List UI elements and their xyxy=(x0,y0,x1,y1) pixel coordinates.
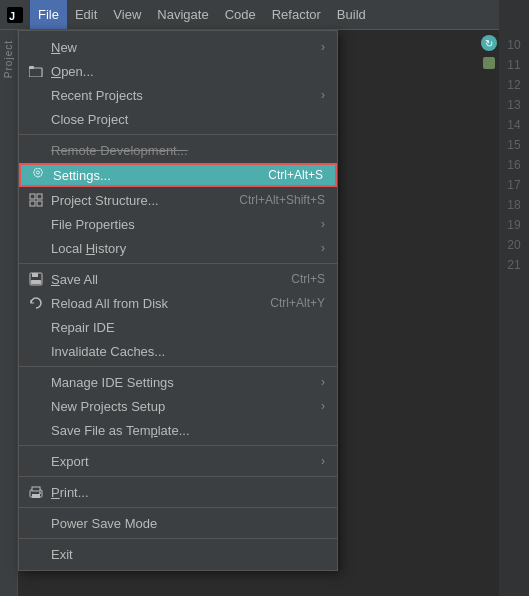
svg-point-4 xyxy=(37,171,40,174)
export-icon xyxy=(27,452,45,470)
menu-manage-ide[interactable]: Manage IDE Settings › xyxy=(19,370,337,394)
open-icon xyxy=(27,62,45,80)
menu-close-project[interactable]: Close Project xyxy=(19,107,337,131)
menu-bar: J File Edit View Navigate Code Refactor … xyxy=(0,0,499,30)
export-arrow-icon: › xyxy=(321,454,325,468)
menu-power-save[interactable]: Power Save Mode xyxy=(19,511,337,535)
menu-manage-ide-label: Manage IDE Settings xyxy=(51,375,321,390)
svg-rect-5 xyxy=(30,194,35,199)
menu-settings-label: Settings... xyxy=(53,168,268,183)
svg-rect-10 xyxy=(32,273,38,277)
svg-rect-13 xyxy=(32,487,40,491)
menu-file-properties-label: File Properties xyxy=(51,217,321,232)
menu-item-code[interactable]: Code xyxy=(217,0,264,29)
menu-recent-projects[interactable]: Recent Projects › xyxy=(19,83,337,107)
menu-local-history-label: Local History xyxy=(51,241,321,256)
menu-project-structure-label: Project Structure... xyxy=(51,193,239,208)
menu-new-projects-label: New Projects Setup xyxy=(51,399,321,414)
menu-invalidate-label: Invalidate Caches... xyxy=(51,344,325,359)
separator-4 xyxy=(19,445,337,446)
menu-repair-ide[interactable]: Repair IDE xyxy=(19,315,337,339)
print-icon xyxy=(27,483,45,501)
menu-item-edit[interactable]: Edit xyxy=(67,0,105,29)
menu-item-navigate-label: Navigate xyxy=(157,7,208,22)
reload-icon xyxy=(27,294,45,312)
menu-bar-items: File Edit View Navigate Code Refactor Bu… xyxy=(30,0,374,29)
menu-export[interactable]: Export › xyxy=(19,449,337,473)
menu-settings[interactable]: Settings... Ctrl+Alt+S xyxy=(19,163,337,187)
menu-reload-disk[interactable]: Reload All from Disk Ctrl+Alt+Y xyxy=(19,291,337,315)
repair-icon xyxy=(27,318,45,336)
local-history-icon xyxy=(27,239,45,257)
file-properties-icon xyxy=(27,215,45,233)
project-panel-label: Project xyxy=(3,40,14,78)
separator-2 xyxy=(19,263,337,264)
menu-project-structure[interactable]: Project Structure... Ctrl+Alt+Shift+S xyxy=(19,188,337,212)
menu-repair-label: Repair IDE xyxy=(51,320,325,335)
menu-item-build-label: Build xyxy=(337,7,366,22)
line-numbers: 10 11 12 13 14 15 16 17 18 19 20 21 xyxy=(499,0,529,596)
new-projects-icon xyxy=(27,397,45,415)
new-icon xyxy=(27,38,45,56)
save-template-icon xyxy=(27,421,45,439)
save-all-icon xyxy=(27,270,45,288)
svg-rect-7 xyxy=(30,201,35,206)
menu-item-edit-label: Edit xyxy=(75,7,97,22)
menu-item-build[interactable]: Build xyxy=(329,0,374,29)
menu-save-all[interactable]: Save All Ctrl+S xyxy=(19,267,337,291)
menu-item-view[interactable]: View xyxy=(105,0,149,29)
local-history-arrow-icon: › xyxy=(321,241,325,255)
menu-power-save-label: Power Save Mode xyxy=(51,516,325,531)
menu-reload-shortcut: Ctrl+Alt+Y xyxy=(270,296,325,310)
separator-3 xyxy=(19,366,337,367)
menu-new-projects-setup[interactable]: New Projects Setup › xyxy=(19,394,337,418)
menu-print[interactable]: Print... xyxy=(19,480,337,504)
menu-new[interactable]: New › xyxy=(19,35,337,59)
new-projects-arrow-icon: › xyxy=(321,399,325,413)
svg-rect-11 xyxy=(31,280,41,284)
new-arrow-icon: › xyxy=(321,40,325,54)
menu-recent-label: Recent Projects xyxy=(51,88,321,103)
svg-rect-14 xyxy=(32,494,40,498)
menu-save-template[interactable]: Save File as Template... xyxy=(19,418,337,442)
menu-save-all-label: Save All xyxy=(51,272,291,287)
refresh-button[interactable]: ↻ xyxy=(481,35,497,51)
menu-save-all-shortcut: Ctrl+S xyxy=(291,272,325,286)
menu-print-label: Print... xyxy=(51,485,325,500)
menu-local-history[interactable]: Local History › xyxy=(19,236,337,260)
manage-ide-icon xyxy=(27,373,45,391)
svg-rect-8 xyxy=(37,201,42,206)
right-decorations: ↻ xyxy=(479,30,499,596)
menu-remote-development[interactable]: Remote Development... xyxy=(19,138,337,162)
menu-exit[interactable]: Exit xyxy=(19,542,337,566)
menu-settings-shortcut: Ctrl+Alt+S xyxy=(268,168,323,182)
menu-item-file-label: File xyxy=(38,7,59,22)
svg-point-15 xyxy=(39,492,41,494)
menu-open-label: Open... xyxy=(51,64,325,79)
menu-export-label: Export xyxy=(51,454,321,469)
status-indicator xyxy=(483,57,495,69)
separator-1 xyxy=(19,134,337,135)
power-save-icon xyxy=(27,514,45,532)
remote-icon xyxy=(27,141,45,159)
menu-close-label: Close Project xyxy=(51,112,325,127)
menu-file-properties[interactable]: File Properties › xyxy=(19,212,337,236)
menu-item-refactor[interactable]: Refactor xyxy=(264,0,329,29)
menu-exit-label: Exit xyxy=(51,547,325,562)
invalidate-icon xyxy=(27,342,45,360)
menu-item-navigate[interactable]: Navigate xyxy=(149,0,216,29)
menu-remote-label: Remote Development... xyxy=(51,143,325,158)
menu-project-structure-shortcut: Ctrl+Alt+Shift+S xyxy=(239,193,325,207)
recent-icon xyxy=(27,86,45,104)
menu-open[interactable]: Open... xyxy=(19,59,337,83)
menu-item-refactor-label: Refactor xyxy=(272,7,321,22)
menu-item-file[interactable]: File xyxy=(30,0,67,29)
separator-6 xyxy=(19,507,337,508)
recent-arrow-icon: › xyxy=(321,88,325,102)
manage-ide-arrow-icon: › xyxy=(321,375,325,389)
menu-new-label: New xyxy=(51,40,321,55)
project-panel: Project xyxy=(0,30,18,596)
menu-invalidate-caches[interactable]: Invalidate Caches... xyxy=(19,339,337,363)
app-icon: J xyxy=(4,4,26,26)
svg-rect-2 xyxy=(29,68,42,77)
